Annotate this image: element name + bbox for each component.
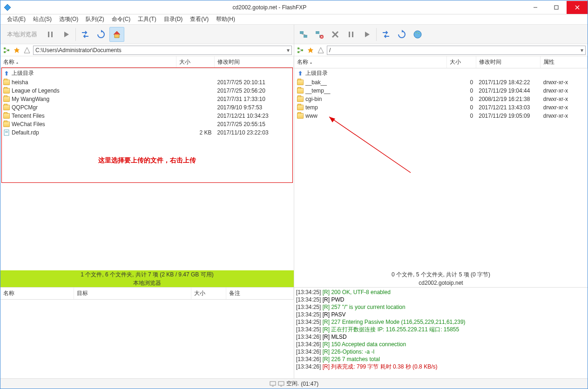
menu-commands[interactable]: 命令(C) [109,14,134,24]
minimize-button[interactable] [525,1,546,14]
file-row[interactable]: League of Legends2017/7/25 20:56:20 [0,87,294,95]
file-row[interactable]: heisha2017/7/25 20:10:11 [0,78,294,87]
svg-rect-11 [4,47,6,49]
col-name[interactable]: 名称▴ [294,56,446,68]
connect-button[interactable] [296,27,311,42]
transfer-button-remote[interactable] [378,27,393,42]
svg-line-40 [299,50,301,52]
file-row[interactable]: Default.rdp2 KB2017/11/10 23:22:03 [0,128,294,137]
bookmark-icon[interactable] [306,46,315,54]
queue-col-target[interactable]: 目标 [74,288,191,300]
file-row[interactable]: __bak__02017/11/29 18:42:22drwxr-xr-x [294,78,588,87]
log-line: [13:34:26] [R] 226 7 matches total [296,355,586,363]
dropdown-icon[interactable]: ▾ [581,47,583,54]
menu-session[interactable]: 会话(E) [4,14,28,24]
pause-button-remote[interactable] [344,27,358,42]
remote-pathbar: / ▾ [294,44,588,56]
col-size[interactable]: 大小 [446,56,476,68]
abort-button[interactable] [328,27,343,42]
svg-line-23 [302,34,305,35]
parent-dir-row[interactable]: ⬆上级目录 [294,68,588,79]
queue-col-size[interactable]: 大小 [191,288,226,300]
menu-directory[interactable]: 目录(D) [161,14,186,24]
col-date[interactable]: 修改时间 [215,56,294,68]
local-path-input[interactable]: C:\Users\Administrator\Documents ▾ [33,46,292,55]
annotation-text: 这里选择要上传的文件，右击上传 [2,147,292,174]
remote-status: 0 个文件, 5 个文件夹, 共计 5 项 (0 字节) cd2002.goto… [294,270,588,287]
file-row[interactable]: cgi-bin02008/12/19 16:21:38drwxr-xr-x [294,95,588,103]
queue-col-name[interactable]: 名称 [0,288,74,300]
history-icon[interactable] [23,46,31,54]
refresh-button[interactable] [94,27,108,42]
menu-tools[interactable]: 工具(T) [135,14,159,24]
local-status: 1 个文件, 6 个文件夹, 共计 7 项 (2 KB / 9.47 GB 可用… [0,270,294,287]
close-button[interactable] [567,1,588,14]
file-row[interactable]: My WangWang2017/7/31 17:33:10 [0,95,294,103]
menu-sites[interactable]: 站点(S) [30,14,54,24]
remote-path-text: / [329,47,331,54]
svg-line-14 [6,48,7,50]
play-button[interactable] [59,27,74,42]
folder-icon [3,105,10,110]
svg-marker-34 [402,30,404,33]
up-arrow-icon: ⬆ [3,70,10,77]
monitor-icon [270,381,276,387]
local-status-label: 本地浏览器 [0,279,294,287]
remote-path-input[interactable]: / ▾ [327,46,586,55]
file-row[interactable]: QQPCMgr2017/9/10 9:57:53 [0,103,294,112]
svg-rect-37 [297,51,299,53]
file-row[interactable]: www02017/11/29 19:05:09drwxr-xr-x [294,112,588,120]
svg-rect-22 [304,35,307,38]
menubar: 会话(E) 站点(S) 选项(O) 队列(Z) 命令(C) 工具(T) 目录(D… [0,14,588,25]
monitor-icon-2 [278,381,284,387]
log-line: [13:34:25] [R] PWD [296,296,586,303]
transfer-button[interactable] [78,27,93,42]
log-line: [13:34:26] [R] 列表完成: 799 字节 耗时 0.38 秒 (0… [296,363,586,370]
bookmark-icon[interactable] [13,46,21,54]
remote-pane: / ▾ 名称▴ 大小 修改时间 属性 ⬆上级目录__bak__02017/11/… [294,25,588,287]
history-icon[interactable] [317,46,325,54]
refresh-button-remote[interactable] [394,27,409,42]
queue-pane[interactable]: 名称 目标 大小 备注 [0,288,294,378]
file-row[interactable]: WeChat Files2017/7/25 20:55:15 [0,120,294,128]
col-attr[interactable]: 属性 [541,56,588,68]
parent-dir-row[interactable]: ⬆上级目录 [0,68,294,79]
tree-icon[interactable] [296,46,304,54]
titlebar: cd2002.gotoip.net - FlashFXP [0,0,588,14]
remote-file-list[interactable]: 名称▴ 大小 修改时间 属性 ⬆上级目录__bak__02017/11/29 1… [294,56,588,270]
queue-col-note[interactable]: 备注 [226,288,294,300]
svg-marker-8 [101,30,103,33]
local-file-list[interactable]: 名称▴ 大小 修改时间 ⬆上级目录heisha2017/7/25 20:10:1… [0,56,294,270]
svg-marker-17 [24,47,30,53]
file-row[interactable]: Tencent Files2017/12/21 10:34:23 [0,112,294,120]
menu-queue[interactable]: 队列(Z) [83,14,107,24]
status-time: (01:47) [301,381,318,387]
globe-button[interactable] [410,27,425,42]
file-row[interactable]: temp02017/12/21 13:43:03drwxr-xr-x [294,103,588,112]
menu-help[interactable]: 帮助(H) [213,14,238,24]
file-row[interactable]: __temp__02017/11/29 19:04:44drwxr-xr-x [294,87,588,95]
log-pane[interactable]: [13:34:25] [R] 200 OK, UTF-8 enabled[13:… [294,288,588,378]
pause-button[interactable] [43,27,58,42]
home-button[interactable] [109,27,124,42]
play-button-remote[interactable] [359,27,374,42]
tree-icon[interactable] [2,46,11,54]
maximize-button[interactable] [546,1,567,14]
col-size[interactable]: 大小 [176,56,215,68]
svg-rect-21 [300,31,304,34]
menu-options[interactable]: 选项(O) [56,14,81,24]
dropdown-icon[interactable]: ▾ [287,47,290,54]
svg-rect-19 [5,131,8,132]
svg-rect-20 [5,132,8,133]
folder-icon [297,88,304,94]
svg-rect-32 [352,32,353,37]
log-line: [13:34:25] [R] 257 "/" is your current l… [296,303,586,311]
disconnect-button[interactable] [312,27,327,42]
col-date[interactable]: 修改时间 [476,56,540,68]
svg-rect-12 [4,51,6,53]
col-name[interactable]: 名称▴ [0,56,176,68]
menu-view[interactable]: 查看(V) [187,14,211,24]
svg-marker-10 [114,31,120,34]
svg-rect-31 [349,32,350,37]
svg-rect-38 [301,49,303,51]
